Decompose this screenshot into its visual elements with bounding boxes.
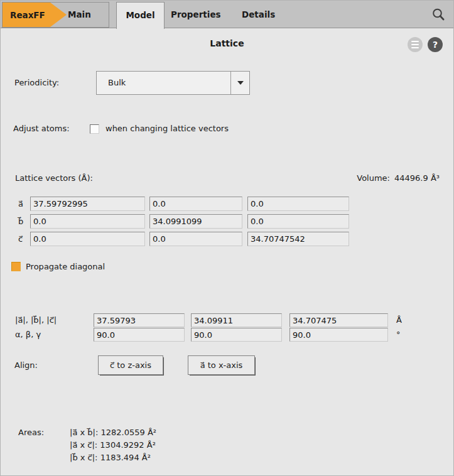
magnitude-a-input[interactable] [94,313,185,327]
adjust-atoms-checkbox[interactable] [90,124,99,134]
periodicity-selected-value: Bulk [108,72,126,94]
menu-icon[interactable] [408,37,423,52]
align-c-to-z-button[interactable]: c⃗ to z-axis [98,355,163,375]
vector-a-z-input[interactable] [247,197,349,211]
periodicity-label: Periodicity: [14,71,59,95]
vector-a-x-input[interactable] [30,197,145,211]
tab-properties-label: Properties [171,9,221,19]
align-label: Align: [14,355,38,376]
vector-b-y-input[interactable] [149,214,242,229]
dropdown-arrow-button[interactable] [230,72,249,94]
vector-a-y-input[interactable] [149,197,242,211]
vector-b-z-input[interactable] [247,214,349,229]
length-unit-label: Å [396,313,402,327]
vector-c-z-input[interactable] [247,232,349,246]
magnitudes-label: |a⃗|, |b⃗|, |c⃗| [15,313,57,327]
vector-c-label: c⃗ [18,232,31,246]
volume-value: 44496.9 Å³ [394,173,440,183]
adjust-atoms-caption: when changing lattice vectors [105,123,229,134]
tab-details[interactable]: Details [242,2,275,28]
areas-readout: |a⃗ x b⃗|: 1282.0559 Å² |a⃗ x c⃗|: 1304.… [70,426,156,464]
reaxff-badge: ReaxFF [3,3,67,27]
angle-alpha-input[interactable] [94,328,185,342]
vector-a-label: a⃗ [18,197,31,211]
lattice-panel: ReaxFF Main Model Properties Details Lat… [0,0,454,476]
help-icon[interactable]: ? [428,37,443,52]
magnitude-c-input[interactable] [289,313,388,327]
volume-readout: Volume:44496.9 Å³ [357,173,440,184]
adjust-atoms-label: Adjust atoms: [13,123,70,134]
page-title: Lattice [1,38,453,48]
tab-model[interactable]: Model [116,2,165,29]
chevron-down-icon [237,81,244,85]
help-icon-glyph: ? [433,40,438,50]
degree-unit-label: ° [396,328,401,342]
vector-b-label: b⃗ [18,214,31,229]
tab-model-label: Model [126,10,154,20]
propagate-diagonal-checkbox[interactable] [11,262,21,271]
angle-beta-input[interactable] [191,328,282,342]
vector-b-x-input[interactable] [30,214,145,229]
angles-label: α, β, γ [15,328,41,342]
area-ac-value: |a⃗ x c⃗|: 1304.9292 Å² [70,439,156,452]
tab-properties[interactable]: Properties [171,2,221,28]
vector-c-y-input[interactable] [149,232,242,246]
vector-c-x-input[interactable] [30,232,145,246]
area-ab-value: |a⃗ x b⃗|: 1282.0559 Å² [70,426,156,439]
tab-bar: ReaxFF Main Model Properties Details [1,1,453,28]
periodicity-select[interactable]: Bulk [96,71,250,95]
angle-gamma-input[interactable] [289,328,388,342]
volume-label: Volume: [357,173,390,183]
tab-main-label: Main [68,3,91,27]
magnitude-b-input[interactable] [191,313,282,327]
area-bc-value: |b⃗ x c⃗|: 1183.494 Å² [70,452,156,464]
lattice-vectors-label: Lattice vectors (Å): [15,173,93,184]
align-a-to-x-button[interactable]: a⃗ to x-axis [188,355,255,375]
tab-details-label: Details [242,9,275,19]
propagate-diagonal-label: Propagate diagonal [26,262,105,272]
reaxff-badge-label: ReaxFF [10,10,45,20]
search-icon[interactable] [431,8,445,21]
areas-label: Areas: [18,426,44,439]
tab-main[interactable]: ReaxFF Main [2,2,109,28]
